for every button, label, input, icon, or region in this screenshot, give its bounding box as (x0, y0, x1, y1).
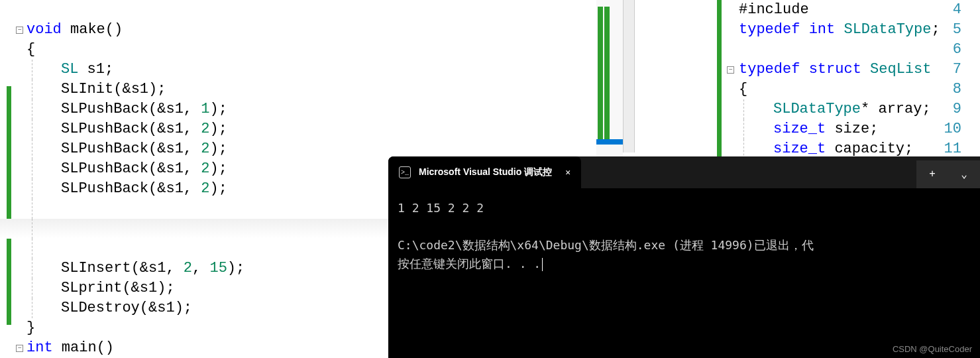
code-token: , (184, 121, 201, 137)
code-token: ); (157, 280, 174, 296)
scrollbar[interactable] (623, 0, 635, 152)
code-token: 2 (201, 180, 209, 197)
code-token: ; (105, 61, 113, 78)
code-token: SLDestroy (61, 300, 140, 316)
code-line[interactable]: typedef int SLDataType; (739, 20, 940, 40)
code-line[interactable]: −void make() (0, 20, 610, 40)
code-token: ; (922, 101, 930, 117)
change-indicator (717, 40, 722, 60)
code-line[interactable]: SLDataType* array; (773, 99, 931, 119)
code-token: ); (209, 180, 227, 197)
code-token: { (739, 81, 747, 97)
code-line[interactable]: SL s1; (0, 60, 610, 80)
code-line[interactable]: −typedef struct SeqList (739, 60, 931, 80)
code-token: typedef (739, 21, 800, 38)
terminal-icon: >_ (399, 166, 411, 178)
terminal-actions: + ⌄ (916, 160, 980, 188)
code-token: * (861, 101, 878, 117)
code-token: SLDataType (844, 21, 931, 38)
code-token: s1 (140, 280, 157, 296)
code-token: (& (140, 300, 157, 316)
code-token (826, 121, 834, 137)
code-token: SLDataType (773, 101, 861, 117)
code-token: main (62, 339, 97, 356)
terminal-title: Microsoft Visual Studio 调试控 (419, 166, 552, 178)
cursor (542, 258, 543, 271)
code-token: SLPushBack (61, 141, 148, 157)
line-number: 10 (935, 119, 961, 139)
code-token: size_t (773, 141, 826, 157)
code-line[interactable]: { (739, 80, 747, 99)
code-token: #include (739, 1, 809, 18)
code-token: SLInsert (61, 260, 131, 276)
code-token: , (184, 141, 201, 157)
code-token (53, 339, 62, 356)
code-token: SLInit (61, 81, 113, 97)
code-token: ); (175, 300, 192, 316)
output-line (398, 217, 971, 236)
code-line[interactable]: { (0, 40, 610, 60)
line-number: 9 (935, 99, 961, 119)
change-indicator (717, 20, 722, 40)
code-token: 1 (201, 101, 209, 117)
code-token: SLPushBack (61, 121, 148, 137)
line-number: 6 (935, 40, 961, 60)
code-token: s1 (166, 121, 183, 137)
collapse-toggle[interactable]: − (727, 66, 734, 74)
code-token: ); (209, 160, 227, 177)
terminal-window: >_ Microsoft Visual Studio 调试控 ✕ + ⌄ 1 2… (388, 156, 980, 358)
code-line[interactable]: SLInit(&s1); (0, 80, 610, 99)
code-token: s1 (166, 101, 183, 117)
code-token: (& (148, 141, 166, 157)
code-token (835, 21, 844, 38)
code-token: ; (931, 21, 940, 38)
code-token: () (105, 21, 123, 38)
code-token (62, 21, 70, 38)
code-token: () (97, 339, 114, 356)
terminal-titlebar: >_ Microsoft Visual Studio 调试控 ✕ + ⌄ (388, 156, 980, 188)
output-line: 1 2 15 2 2 2 (398, 199, 971, 217)
code-token: size (834, 121, 869, 137)
collapse-toggle[interactable]: − (16, 27, 23, 34)
code-token: SL (61, 61, 78, 78)
code-token: ); (148, 81, 166, 97)
code-token: ); (209, 101, 227, 117)
code-token: 2 (201, 160, 209, 177)
code-line[interactable]: SLPushBack(&s1, 1); (0, 99, 610, 119)
code-token: int (809, 21, 836, 38)
change-indicator (717, 119, 722, 139)
code-token: { (27, 41, 35, 58)
collapse-toggle[interactable]: − (16, 345, 23, 352)
code-token: s1 (148, 260, 166, 276)
code-token: s1 (166, 160, 183, 177)
code-token (800, 61, 808, 78)
new-tab-button[interactable]: + (916, 160, 948, 188)
code-token: , (184, 180, 201, 197)
minimap-viewport[interactable] (596, 139, 623, 145)
code-token: ); (209, 121, 227, 137)
code-token: s1 (166, 180, 183, 197)
code-token: 2 (184, 260, 192, 276)
change-indicator (717, 80, 722, 99)
code-token: (& (148, 160, 166, 177)
watermark: CSDN @QuiteCoder (893, 344, 972, 354)
minimap[interactable] (596, 0, 623, 159)
terminal-tab[interactable]: >_ Microsoft Visual Studio 调试控 ✕ (388, 156, 581, 188)
terminal-output[interactable]: 1 2 15 2 2 2 C:\code2\数据结构\x64\Debug\数据结… (388, 188, 980, 284)
code-token: int (27, 339, 53, 356)
code-token: , (192, 260, 209, 276)
code-token: ); (227, 260, 245, 276)
code-line[interactable]: SLPushBack(&s1, 2); (0, 119, 610, 139)
code-token: 2 (201, 121, 209, 137)
code-token (800, 21, 808, 38)
code-token (861, 61, 870, 78)
code-token: ; (869, 121, 878, 137)
code-token: s1 (157, 300, 174, 316)
dropdown-button[interactable]: ⌄ (948, 160, 980, 188)
code-token: capacity (834, 141, 904, 157)
code-line[interactable]: #include (739, 0, 809, 20)
code-line[interactable]: size_t size; (773, 119, 878, 139)
code-token: typedef (739, 61, 800, 78)
close-icon[interactable]: ✕ (565, 167, 571, 178)
code-token: (& (122, 280, 139, 296)
